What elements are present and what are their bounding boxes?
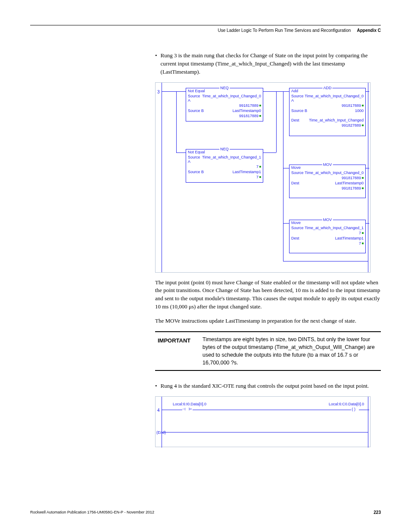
xic-tag: Local:6:I0.Data[0].0 bbox=[173, 402, 206, 406]
important-callout: IMPORTANT Timestamps are eight bytes in … bbox=[155, 331, 381, 371]
ote-symbol-icon: ( ) bbox=[352, 407, 356, 411]
add-title: ADD bbox=[322, 86, 332, 90]
mov2-title: MOV bbox=[322, 218, 333, 222]
live-indicator-icon bbox=[362, 232, 364, 234]
header-chapter-title: Use Ladder Logic To Perform Run Time Ser… bbox=[218, 28, 351, 33]
callout-label: IMPORTANT bbox=[155, 336, 202, 367]
live-indicator-icon bbox=[259, 115, 261, 117]
end-label: (End) bbox=[156, 430, 166, 435]
paragraph-cos: The input point (point 0) must have Chan… bbox=[155, 279, 381, 311]
neq2-title: NEQ bbox=[219, 147, 230, 151]
footer-page-number: 223 bbox=[374, 510, 381, 515]
mov1-title: MOV bbox=[322, 162, 333, 167]
ote-tag: Local:6:C0.Data[0].0 bbox=[329, 402, 364, 406]
live-indicator-icon bbox=[362, 105, 364, 106]
bullet-rung-3: • Rung 3 is the main rung that checks fo… bbox=[155, 52, 381, 76]
mov-block-2: MOV Move SourceTime_at_which_Input_Chang… bbox=[289, 220, 366, 253]
page-header: Use Ladder Logic To Perform Run Time Ser… bbox=[30, 28, 381, 33]
bullet-rung-4-text: Rung 4 is the standard XIC-OTE rung that… bbox=[161, 382, 369, 390]
neq1-title: NEQ bbox=[219, 86, 230, 90]
add-block: ADD Add Source ATime_at_which_Input_Chan… bbox=[289, 88, 366, 136]
bullet-dot-icon: • bbox=[155, 52, 157, 76]
live-indicator-icon bbox=[362, 177, 364, 179]
ladder-figure-rung-3: 3 NEQ Not Equal Source ATime_at_which_In… bbox=[155, 82, 371, 273]
live-indicator-icon bbox=[259, 166, 261, 168]
live-indicator-icon bbox=[259, 176, 261, 178]
callout-text: Timestamps are eight bytes in size, two … bbox=[202, 336, 381, 367]
paragraph-mov: The MOVe instructions update LastTimesta… bbox=[155, 317, 381, 325]
xic-symbol-icon: ⊣ ⊢ bbox=[182, 407, 193, 411]
header-appendix-label: Appendix C bbox=[357, 28, 381, 33]
rung-number-3: 3 bbox=[157, 90, 160, 94]
bullet-rung-3-text: Rung 3 is the main rung that checks for … bbox=[161, 52, 381, 76]
mov-block-1: MOV Move SourceTime_at_which_Input_Chang… bbox=[289, 165, 366, 198]
live-indicator-icon bbox=[362, 124, 364, 126]
live-indicator-icon bbox=[362, 243, 364, 244]
rung-number-4: 4 bbox=[157, 408, 160, 413]
bullet-rung-4: • Rung 4 is the standard XIC-OTE rung th… bbox=[155, 382, 381, 390]
live-indicator-icon bbox=[362, 187, 364, 189]
neq-block-2: NEQ Not Equal Source ATime_at_which_Inpu… bbox=[186, 149, 263, 183]
bullet-dot-icon: • bbox=[155, 382, 157, 390]
neq-block-1: NEQ Not Equal Source ATime_at_which_Inpu… bbox=[186, 88, 263, 121]
live-indicator-icon bbox=[259, 105, 261, 106]
ladder-figure-rung-4: 4 Local:6:I0.Data[0].0 ⊣ ⊢ Local:6:C0.Da… bbox=[155, 396, 371, 447]
page-footer: Rockwell Automation Publication 1756-UM0… bbox=[0, 510, 411, 515]
footer-publication: Rockwell Automation Publication 1756-UM0… bbox=[30, 510, 154, 515]
